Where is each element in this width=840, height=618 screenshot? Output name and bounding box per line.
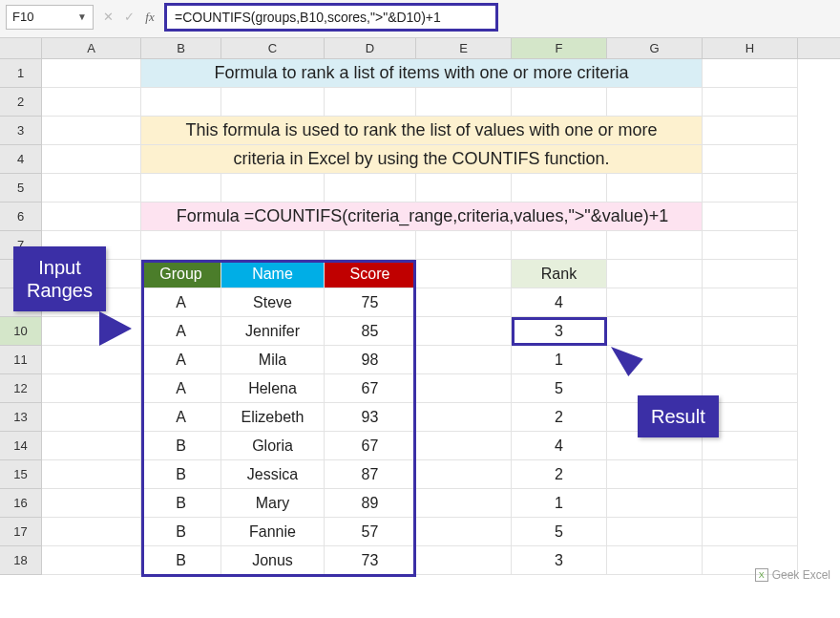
cell-C11[interactable]: Mila — [221, 346, 325, 374]
col-header-G[interactable]: G — [607, 38, 703, 58]
cell-C13[interactable]: Elizebeth — [221, 403, 325, 432]
cell-A1[interactable] — [42, 59, 141, 88]
cell-G16[interactable] — [607, 489, 703, 518]
cell-C17[interactable]: Fannie — [221, 518, 325, 546]
cell-E10[interactable] — [416, 317, 512, 346]
cell-D12[interactable]: 67 — [325, 374, 416, 403]
cell-D14[interactable]: 67 — [325, 432, 416, 460]
cell-F9[interactable]: 4 — [512, 288, 607, 317]
cell-C18[interactable]: Jonus — [221, 546, 325, 575]
fx-icon[interactable]: fx — [141, 10, 158, 25]
cell-B13[interactable]: A — [141, 403, 221, 432]
cell-G11[interactable] — [607, 346, 703, 374]
row-header-14[interactable]: 14 — [0, 432, 42, 460]
row-header-10[interactable]: 10 — [0, 317, 42, 346]
cell-E17[interactable] — [416, 518, 512, 546]
cell-B18[interactable]: B — [141, 546, 221, 575]
cell-A13[interactable] — [42, 403, 141, 432]
cancel-icon[interactable]: ✕ — [99, 10, 116, 24]
cell-E18[interactable] — [416, 546, 512, 575]
cell-D11[interactable]: 98 — [325, 346, 416, 374]
header-rank[interactable]: Rank — [512, 260, 607, 288]
cell-B14[interactable]: B — [141, 432, 221, 460]
cell-A12[interactable] — [42, 374, 141, 403]
cell-F10[interactable]: 3 — [512, 317, 607, 346]
cell-F13[interactable]: 2 — [512, 403, 607, 432]
cell-B9[interactable]: A — [141, 288, 221, 317]
cell-A16[interactable] — [42, 489, 141, 518]
cell-D16[interactable]: 89 — [325, 489, 416, 518]
cell-C12[interactable]: Helena — [221, 374, 325, 403]
row-header-18[interactable]: 18 — [0, 546, 42, 575]
cell-D9[interactable]: 75 — [325, 288, 416, 317]
cell-C10[interactable]: Jennifer — [221, 317, 325, 346]
cell-G9[interactable] — [607, 288, 703, 317]
cell-A18[interactable] — [42, 546, 141, 575]
cell-H15[interactable] — [703, 460, 798, 489]
row-header-16[interactable]: 16 — [0, 489, 42, 518]
cell-A10[interactable] — [42, 317, 141, 346]
description-line1[interactable]: This formula is used to rank the list of… — [141, 117, 703, 145]
cell-B12[interactable]: A — [141, 374, 221, 403]
cell-B11[interactable]: A — [141, 346, 221, 374]
cell-G18[interactable] — [607, 546, 703, 575]
row-header-5[interactable]: 5 — [0, 174, 42, 202]
cell-E11[interactable] — [416, 346, 512, 374]
cell-D17[interactable]: 57 — [325, 518, 416, 546]
cell-H11[interactable] — [703, 346, 798, 374]
col-header-F[interactable]: F — [512, 38, 607, 58]
row-header-3[interactable]: 3 — [0, 117, 42, 145]
row-header-11[interactable]: 11 — [0, 346, 42, 374]
formula-template[interactable]: Formula =COUNTIFS(criteria_range,criteri… — [141, 202, 703, 231]
cell-D10[interactable]: 85 — [325, 317, 416, 346]
cell-C15[interactable]: Jessica — [221, 460, 325, 489]
cell-H1[interactable] — [703, 59, 798, 88]
col-header-E[interactable]: E — [416, 38, 512, 58]
cell-A15[interactable] — [42, 460, 141, 489]
row-header-1[interactable]: 1 — [0, 59, 42, 88]
col-header-A[interactable]: A — [42, 38, 141, 58]
title-text[interactable]: Formula to rank a list of items with one… — [141, 59, 703, 88]
header-name[interactable]: Name — [221, 260, 325, 288]
row-header-12[interactable]: 12 — [0, 374, 42, 403]
cell-F17[interactable]: 5 — [512, 518, 607, 546]
cell-B17[interactable]: B — [141, 518, 221, 546]
enter-icon[interactable]: ✓ — [120, 10, 137, 24]
cell-B16[interactable]: B — [141, 489, 221, 518]
name-box[interactable]: F10 ▼ — [6, 5, 94, 30]
select-all-corner[interactable] — [0, 38, 42, 58]
cell-C14[interactable]: Gloria — [221, 432, 325, 460]
header-group[interactable]: Group — [141, 260, 221, 288]
cell-D15[interactable]: 87 — [325, 460, 416, 489]
cell-E13[interactable] — [416, 403, 512, 432]
cell-C16[interactable]: Mary — [221, 489, 325, 518]
cell-E15[interactable] — [416, 460, 512, 489]
cell-G17[interactable] — [607, 518, 703, 546]
cell-B15[interactable]: B — [141, 460, 221, 489]
cell-A17[interactable] — [42, 518, 141, 546]
cell-H9[interactable] — [703, 288, 798, 317]
formula-input[interactable]: =COUNTIFS(groups,B10,scores,">"&D10)+1 — [164, 3, 498, 32]
cell-F16[interactable]: 1 — [512, 489, 607, 518]
row-header-17[interactable]: 17 — [0, 518, 42, 546]
chevron-down-icon[interactable]: ▼ — [77, 11, 87, 22]
col-header-B[interactable]: B — [141, 38, 221, 58]
row-header-6[interactable]: 6 — [0, 202, 42, 231]
cell-G15[interactable] — [607, 460, 703, 489]
cell-F12[interactable]: 5 — [512, 374, 607, 403]
col-header-H[interactable]: H — [703, 38, 798, 58]
cell-G10[interactable] — [607, 317, 703, 346]
cell-B10[interactable]: A — [141, 317, 221, 346]
cell-C9[interactable]: Steve — [221, 288, 325, 317]
cell-F15[interactable]: 2 — [512, 460, 607, 489]
cell-E14[interactable] — [416, 432, 512, 460]
cell-E16[interactable] — [416, 489, 512, 518]
cell-H16[interactable] — [703, 489, 798, 518]
cell-A14[interactable] — [42, 432, 141, 460]
col-header-C[interactable]: C — [221, 38, 325, 58]
row-header-15[interactable]: 15 — [0, 460, 42, 489]
cell-E12[interactable] — [416, 374, 512, 403]
cell-H10[interactable] — [703, 317, 798, 346]
row-header-4[interactable]: 4 — [0, 145, 42, 174]
cell-F18[interactable]: 3 — [512, 546, 607, 575]
